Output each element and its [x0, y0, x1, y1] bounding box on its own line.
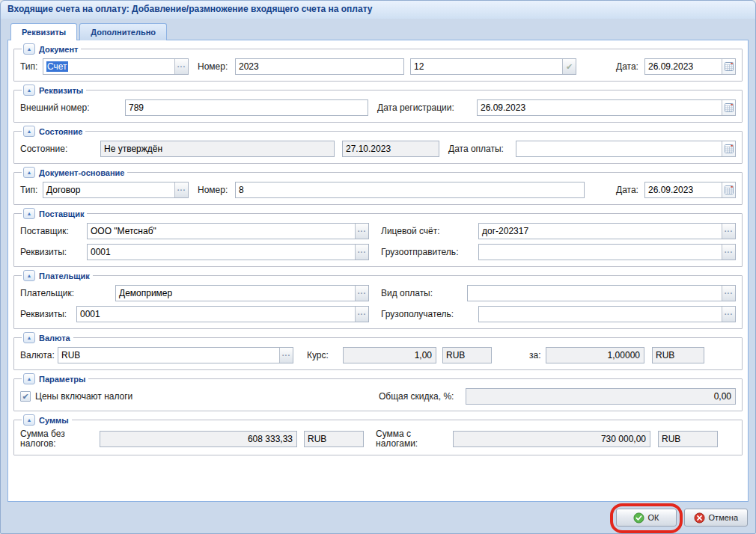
doc-number2-field[interactable]: 12 ✔: [410, 58, 576, 75]
tab-strip: Реквизиты Дополнительно: [1, 19, 755, 40]
section-legend-text: Валюта: [39, 334, 70, 343]
cancel-button-label: Отмена: [709, 513, 738, 522]
per-value: 1,00000: [546, 350, 644, 360]
gross-currency-field: RUB: [658, 431, 718, 447]
section-document: ▲ Документ Тип: Счет ... Номер: 2023 12 …: [13, 43, 743, 82]
ellipsis-icon: ...: [358, 309, 366, 319]
account-value: дог-202317: [479, 226, 722, 236]
cancel-button[interactable]: Отмена: [684, 509, 748, 527]
section-payer: ▲ Плательщик Плательщик: Демопример ... …: [13, 270, 743, 329]
rate-value: 1,00: [344, 350, 436, 360]
collapse-toggle-button[interactable]: ▲: [23, 167, 35, 178]
ellipsis-icon: ...: [358, 288, 366, 298]
calendar-trigger-button[interactable]: [722, 182, 735, 197]
consignee-field[interactable]: ...: [478, 306, 736, 322]
supplier-requisites-value: 0001: [88, 247, 355, 257]
ext-number-field[interactable]: 789: [125, 99, 368, 116]
tab-dopolnitelno[interactable]: Дополнительно: [79, 23, 167, 40]
taxes-checkbox-group: ✔ Цены включают налоги: [20, 391, 379, 402]
base-date-label: Дата:: [616, 185, 644, 195]
currency-label: Валюта:: [20, 350, 58, 360]
base-number-label: Номер:: [198, 185, 235, 195]
rate-currency-value: RUB: [443, 350, 491, 360]
lookup-trigger-button[interactable]: ...: [722, 245, 735, 260]
lookup-trigger-button[interactable]: ...: [722, 307, 735, 322]
payer-field[interactable]: Демопример ...: [115, 285, 369, 301]
check-trigger-button[interactable]: ✔: [562, 59, 576, 74]
collapse-arrow-icon: ▲: [27, 417, 32, 423]
lookup-trigger-button[interactable]: ...: [355, 224, 368, 239]
prices-include-taxes-checkbox[interactable]: ✔: [20, 391, 31, 402]
collapse-toggle-button[interactable]: ▲: [23, 414, 35, 426]
doc-date-label: Дата:: [616, 61, 644, 72]
lookup-trigger-button[interactable]: ...: [174, 182, 188, 197]
reg-date-field[interactable]: 26.09.2023: [477, 99, 736, 116]
lookup-trigger-button[interactable]: ...: [722, 224, 735, 239]
lookup-trigger-button[interactable]: ...: [279, 348, 293, 363]
collapse-toggle-button[interactable]: ▲: [23, 126, 35, 137]
ok-check-icon: [633, 512, 644, 524]
ok-button[interactable]: ОК: [616, 509, 677, 527]
currency-field[interactable]: RUB ...: [58, 347, 293, 363]
ellipsis-icon: ...: [177, 185, 186, 195]
base-date-field[interactable]: 26.09.2023: [644, 182, 736, 198]
state-date-value: 27.10.2023: [343, 144, 439, 154]
collapse-toggle-button[interactable]: ▲: [23, 43, 35, 55]
calendar-trigger-button[interactable]: [722, 59, 735, 74]
base-number-field[interactable]: 8: [235, 182, 585, 198]
ellipsis-icon: ...: [358, 226, 366, 236]
net-currency-field: RUB: [304, 431, 364, 447]
base-date-value: 26.09.2023: [645, 185, 722, 195]
tab-label: Реквизиты: [22, 28, 66, 37]
supplier-requisites-field[interactable]: 0001 ...: [87, 244, 369, 260]
doc-number-label: Номер:: [198, 61, 235, 72]
collapse-toggle-button[interactable]: ▲: [23, 270, 35, 281]
section-base-document: ▲ Документ-основание Тип: Договор ... Но…: [13, 167, 743, 205]
supplier-label: Поставщик:: [20, 226, 87, 236]
pay-date-field[interactable]: [516, 141, 736, 157]
base-type-value: Договор: [43, 185, 174, 195]
doc-date-field[interactable]: 26.09.2023: [644, 58, 736, 75]
payment-type-field[interactable]: ...: [467, 285, 736, 301]
doc-number-field[interactable]: 2023: [235, 58, 404, 75]
footer-bar: ОК Отмена: [1, 502, 755, 533]
ellipsis-icon: ...: [358, 247, 366, 257]
doc-type-field[interactable]: Счет ...: [43, 58, 189, 75]
payer-requisites-value: 0001: [77, 309, 355, 319]
supplier-field[interactable]: ООО "Метснаб" ...: [87, 223, 369, 239]
per-currency-field: RUB: [652, 347, 704, 363]
base-number-value: 8: [236, 185, 584, 195]
doc-type-label: Тип:: [20, 61, 43, 72]
lookup-trigger-button[interactable]: ...: [174, 59, 188, 74]
ellipsis-icon: ...: [725, 226, 733, 236]
lookup-trigger-button[interactable]: ...: [355, 307, 368, 322]
account-field[interactable]: дог-202317 ...: [478, 223, 736, 239]
doc-date-value: 26.09.2023: [645, 61, 722, 72]
doc-number-value: 2023: [236, 61, 403, 72]
collapse-toggle-button[interactable]: ▲: [23, 332, 35, 343]
ellipsis-icon: ...: [725, 309, 733, 319]
state-value: Не утверждён: [101, 144, 334, 154]
collapse-arrow-icon: ▲: [27, 335, 32, 340]
lookup-trigger-button[interactable]: ...: [355, 245, 368, 260]
payer-requisites-field[interactable]: 0001 ...: [76, 306, 369, 322]
section-legend-text: Плательщик: [39, 271, 90, 280]
lookup-trigger-button[interactable]: ...: [722, 286, 735, 301]
tab-rekvizity[interactable]: Реквизиты: [10, 23, 77, 40]
ellipsis-icon: ...: [725, 247, 733, 257]
calendar-icon: [725, 144, 734, 153]
collapse-toggle-button[interactable]: ▲: [23, 85, 35, 96]
collapse-toggle-button[interactable]: ▲: [23, 373, 35, 384]
section-legend-text: Документ: [39, 45, 78, 54]
calendar-trigger-button[interactable]: [722, 100, 735, 115]
calendar-trigger-button[interactable]: [722, 141, 735, 156]
shipper-field[interactable]: ...: [478, 244, 736, 260]
payment-type-label: Вид оплаты:: [381, 288, 467, 298]
base-type-field[interactable]: Договор ...: [43, 182, 189, 198]
gross-currency-value: RUB: [659, 434, 717, 444]
ellipsis-icon: ...: [725, 288, 733, 298]
base-type-label: Тип:: [20, 185, 43, 195]
doc-type-value: Счет: [46, 61, 68, 72]
lookup-trigger-button[interactable]: ...: [355, 286, 368, 301]
collapse-toggle-button[interactable]: ▲: [23, 208, 35, 219]
